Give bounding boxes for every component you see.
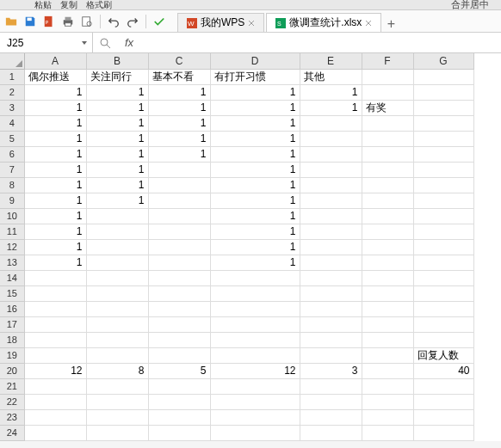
select-all-corner[interactable] (0, 53, 24, 69)
cell[interactable] (86, 394, 148, 409)
cell[interactable] (300, 347, 362, 363)
cell[interactable]: 1 (24, 146, 86, 162)
cell[interactable] (86, 409, 148, 425)
cell[interactable] (362, 285, 413, 301)
cell[interactable] (148, 394, 210, 409)
close-icon[interactable] (365, 20, 372, 27)
cell[interactable] (413, 394, 473, 409)
cell[interactable]: 有奖 (362, 100, 413, 115)
add-tab-button[interactable]: + (383, 16, 399, 32)
row-header[interactable]: 15 (0, 285, 24, 301)
cell[interactable] (300, 115, 362, 131)
cell[interactable] (362, 394, 413, 409)
cell[interactable] (210, 347, 300, 363)
cell[interactable] (86, 425, 148, 440)
cell[interactable] (24, 316, 86, 332)
cell[interactable] (413, 131, 473, 146)
cell[interactable] (86, 347, 148, 363)
cell[interactable]: 有打开习惯 (210, 69, 300, 84)
column-header[interactable]: G (413, 53, 473, 69)
row-header[interactable]: 20 (0, 363, 24, 378)
spreadsheet-grid[interactable]: A B C D E F G 1偶尔推送关注同行基本不看有打开习惯其他211111… (0, 53, 501, 441)
cell[interactable] (148, 193, 210, 208)
cell[interactable] (86, 224, 148, 239)
cell[interactable] (413, 425, 473, 440)
cell[interactable]: 1 (86, 115, 148, 131)
cell[interactable] (210, 285, 300, 301)
cell[interactable] (413, 100, 473, 115)
cell[interactable] (362, 363, 413, 378)
cell[interactable] (413, 162, 473, 177)
cell[interactable]: 1 (210, 208, 300, 224)
formula-input[interactable] (141, 33, 501, 52)
cell[interactable] (86, 239, 148, 255)
cell[interactable] (86, 316, 148, 332)
cell[interactable]: 1 (24, 177, 86, 193)
cell[interactable]: 1 (210, 146, 300, 162)
cell[interactable]: 1 (148, 131, 210, 146)
cell[interactable]: 1 (86, 146, 148, 162)
column-header[interactable]: A (24, 53, 86, 69)
cell[interactable] (362, 84, 413, 100)
cell[interactable]: 1 (210, 224, 300, 239)
row-header[interactable]: 9 (0, 193, 24, 208)
cell[interactable]: 12 (24, 363, 86, 378)
cell[interactable] (362, 347, 413, 363)
cell[interactable]: 8 (86, 363, 148, 378)
cell[interactable] (210, 425, 300, 440)
cell[interactable]: 5 (148, 363, 210, 378)
column-header[interactable]: D (210, 53, 300, 69)
row-header[interactable]: 1 (0, 69, 24, 84)
row-header[interactable]: 11 (0, 224, 24, 239)
cell[interactable] (148, 255, 210, 270)
cell[interactable] (210, 270, 300, 285)
cell[interactable]: 1 (86, 193, 148, 208)
redo-icon[interactable] (125, 14, 140, 29)
cell[interactable] (148, 332, 210, 347)
cell[interactable]: 1 (86, 162, 148, 177)
cell[interactable] (24, 394, 86, 409)
print-preview-icon[interactable] (79, 14, 95, 29)
cell[interactable] (300, 285, 362, 301)
cell[interactable] (210, 378, 300, 394)
cell[interactable] (148, 162, 210, 177)
cell[interactable] (362, 332, 413, 347)
row-header[interactable]: 21 (0, 378, 24, 394)
cell[interactable]: 1 (86, 177, 148, 193)
cell[interactable] (413, 69, 473, 84)
cell[interactable] (413, 316, 473, 332)
row-header[interactable]: 8 (0, 177, 24, 193)
cell[interactable] (148, 177, 210, 193)
cell[interactable]: 1 (24, 100, 86, 115)
column-header[interactable]: B (86, 53, 148, 69)
export-pdf-icon[interactable]: P (41, 14, 57, 29)
cell[interactable]: 1 (24, 208, 86, 224)
cell[interactable] (362, 131, 413, 146)
cell[interactable] (413, 146, 473, 162)
cell[interactable] (300, 270, 362, 285)
cell[interactable] (148, 208, 210, 224)
cell[interactable] (300, 208, 362, 224)
cell[interactable]: 1 (24, 255, 86, 270)
cell[interactable] (86, 285, 148, 301)
cell[interactable]: 3 (300, 363, 362, 378)
cell[interactable] (86, 270, 148, 285)
cell[interactable]: 1 (300, 84, 362, 100)
cell[interactable] (413, 255, 473, 270)
cell[interactable] (24, 332, 86, 347)
cell[interactable] (148, 239, 210, 255)
row-header[interactable]: 7 (0, 162, 24, 177)
cell[interactable] (413, 378, 473, 394)
cell[interactable]: 1 (210, 131, 300, 146)
row-header[interactable]: 22 (0, 394, 24, 409)
cell[interactable] (362, 255, 413, 270)
cell[interactable]: 1 (86, 131, 148, 146)
cell[interactable]: 1 (24, 239, 86, 255)
cell[interactable] (148, 301, 210, 316)
cell[interactable]: 基本不看 (148, 69, 210, 84)
row-header[interactable]: 19 (0, 347, 24, 363)
column-header[interactable]: C (148, 53, 210, 69)
cell[interactable] (24, 301, 86, 316)
cell[interactable] (413, 224, 473, 239)
cell[interactable] (210, 301, 300, 316)
